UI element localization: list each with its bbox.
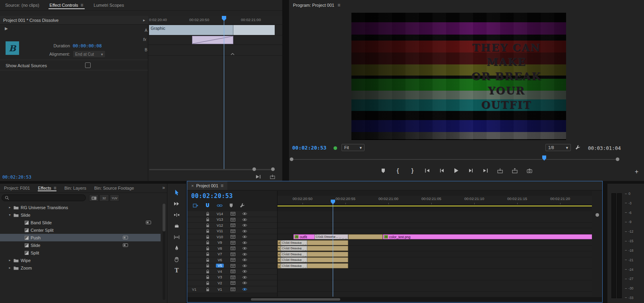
go-to-out-button[interactable] bbox=[482, 167, 489, 174]
cross-dissolve-transition[interactable]: Cross Dissolve bbox=[281, 263, 307, 268]
track-lock-icon[interactable] bbox=[202, 247, 213, 251]
track-output-eye-icon[interactable] bbox=[239, 229, 250, 233]
collapse-caret-icon[interactable] bbox=[231, 53, 235, 55]
panel-tab[interactable]: Source: (no clips) ≡ bbox=[0, 0, 45, 10]
nest-toggle-icon[interactable] bbox=[193, 203, 198, 208]
track-lock-icon[interactable] bbox=[202, 264, 213, 268]
track-output-eye-icon[interactable] bbox=[239, 223, 250, 227]
timeline-vertical-scroll-handle[interactable] bbox=[596, 213, 599, 217]
track-name[interactable]: V1 bbox=[213, 287, 227, 291]
track-lock-icon[interactable] bbox=[202, 241, 213, 245]
effects-tree-row[interactable]: ▸ Zoom bbox=[0, 264, 161, 272]
track-select-forward-tool[interactable] bbox=[172, 200, 182, 208]
tree-chevron-icon[interactable]: ▸ bbox=[8, 206, 12, 209]
panel-menu-icon[interactable]: ≡ bbox=[54, 185, 56, 191]
track-lock-icon[interactable] bbox=[202, 287, 213, 291]
mini-playhead-line[interactable] bbox=[224, 16, 224, 169]
step-forward-button[interactable] bbox=[467, 167, 475, 174]
accelerated-effects-filter-icon[interactable] bbox=[89, 194, 99, 202]
cross-dissolve-transition-block[interactable] bbox=[192, 36, 233, 44]
duration-value[interactable]: 00:00:00:08 bbox=[73, 43, 102, 49]
effects-tree-row[interactable]: Split bbox=[0, 249, 161, 256]
sync-lock-icon[interactable] bbox=[227, 229, 239, 233]
source-patch[interactable]: V1 bbox=[187, 287, 202, 291]
effects-tree-row[interactable]: ▾ Slide bbox=[0, 211, 161, 219]
track-name[interactable]: V13 bbox=[213, 218, 227, 221]
zoom-level-select[interactable]: Fit ▾ bbox=[341, 144, 365, 151]
effects-tree-row[interactable]: Push bbox=[0, 234, 161, 241]
slip-tool[interactable] bbox=[172, 233, 182, 241]
track-name[interactable]: V10 bbox=[213, 235, 227, 239]
expand-effect-icon[interactable]: ▶ bbox=[5, 26, 8, 31]
clip-a-outgoing-region[interactable] bbox=[233, 25, 275, 35]
panel-title[interactable]: Program: Project 001 bbox=[293, 3, 334, 8]
tree-chevron-icon[interactable]: ▸ bbox=[8, 258, 12, 262]
sync-lock-icon[interactable] bbox=[227, 247, 239, 250]
go-to-in-button[interactable] bbox=[423, 167, 431, 174]
effects-search[interactable] bbox=[2, 194, 86, 201]
effects-tree-row[interactable]: ▸ Wipe bbox=[0, 256, 161, 264]
timeline-clip[interactable] bbox=[348, 234, 383, 239]
extract-button[interactable] bbox=[511, 167, 518, 174]
sync-lock-icon[interactable] bbox=[227, 258, 239, 262]
scrubber-left-handle[interactable] bbox=[290, 157, 293, 161]
linked-selection-icon[interactable] bbox=[217, 204, 223, 208]
track-name[interactable]: V9 bbox=[213, 241, 227, 245]
sync-lock-icon[interactable] bbox=[227, 287, 239, 291]
cross-dissolve-transition[interactable]: Cross Dissolve bbox=[281, 246, 307, 251]
sync-lock-icon[interactable] bbox=[227, 235, 239, 239]
track-output-eye-icon[interactable] bbox=[239, 218, 250, 221]
timeline-settings-wrench-icon[interactable] bbox=[240, 203, 245, 208]
track-output-eye-icon[interactable] bbox=[239, 247, 250, 250]
tree-scrollbar[interactable] bbox=[163, 204, 165, 300]
sync-lock-icon[interactable] bbox=[227, 264, 239, 268]
effects-tree-row[interactable]: Band Slide bbox=[0, 219, 161, 226]
mark-in-button[interactable]: { bbox=[394, 167, 402, 174]
zoom-handle-left[interactable] bbox=[252, 167, 256, 171]
tree-scrollbar-thumb[interactable] bbox=[163, 204, 165, 231]
effect-controls-timecode[interactable]: 00:02:20:53 bbox=[2, 175, 31, 180]
alignment-select[interactable]: End at Cut ▾ bbox=[73, 50, 105, 58]
pen-tool[interactable] bbox=[172, 244, 182, 252]
track-lock-icon[interactable] bbox=[202, 235, 213, 239]
add-marker-icon[interactable] bbox=[229, 203, 233, 208]
effects-tree-row[interactable]: Center Split bbox=[0, 226, 161, 234]
track-output-eye-icon[interactable] bbox=[239, 252, 250, 256]
panel-menu-icon[interactable]: ≡ bbox=[81, 2, 83, 8]
track-name[interactable]: V6 bbox=[213, 258, 227, 262]
track-lock-icon[interactable] bbox=[202, 275, 213, 279]
cross-dissolve-transition[interactable]: Cross Dissolve bbox=[281, 240, 307, 245]
effects-tree-row[interactable]: ▸ RG Universe Transitions bbox=[0, 204, 161, 211]
track-output-eye-icon[interactable] bbox=[239, 281, 250, 285]
track-lock-icon[interactable] bbox=[202, 258, 213, 262]
panel-tab[interactable]: Lumetri Scopes ≡ bbox=[89, 0, 129, 10]
yuv-filter-badge[interactable]: YUV bbox=[110, 194, 119, 202]
export-icon[interactable] bbox=[270, 175, 275, 179]
track-lock-icon[interactable] bbox=[202, 212, 213, 216]
clip-color-test[interactable]: fx color_test.png bbox=[383, 234, 592, 239]
timeline-horizontal-scrollbar[interactable] bbox=[251, 298, 340, 301]
panel-menu-icon[interactable]: ≡ bbox=[221, 183, 223, 188]
program-scrubber[interactable] bbox=[291, 159, 618, 160]
track-output-eye-icon[interactable] bbox=[239, 264, 250, 268]
track-lock-icon[interactable] bbox=[202, 270, 213, 274]
lift-button[interactable] bbox=[497, 167, 504, 174]
export-frame-button[interactable] bbox=[526, 167, 533, 174]
playback-resolution-select[interactable]: 1/8 ▾ bbox=[545, 144, 571, 151]
track-name[interactable]: V2 bbox=[213, 281, 227, 285]
cross-dissolve-transition[interactable]: Cross Dissolve bbox=[281, 252, 307, 257]
search-input[interactable] bbox=[11, 195, 83, 201]
track-output-eye-icon[interactable] bbox=[239, 235, 250, 239]
panel-tab[interactable]: Effect Controls ≡ bbox=[45, 0, 89, 10]
track-output-eye-icon[interactable] bbox=[239, 287, 250, 291]
track-name[interactable]: V4 bbox=[213, 270, 227, 274]
transition-preview[interactable]: B bbox=[6, 41, 19, 55]
program-timecode[interactable]: 00:02:20:53 bbox=[292, 145, 326, 151]
panel-tab[interactable]: Effects ≡ bbox=[34, 184, 60, 192]
show-actual-sources-checkbox[interactable] bbox=[85, 62, 91, 68]
track-name[interactable]: V7 bbox=[213, 252, 227, 256]
track-name[interactable]: V8 bbox=[213, 247, 227, 251]
mini-ruler[interactable]: 0:02:20:4000:02:20:5000:02:21:00 bbox=[148, 16, 282, 25]
cross-dissolve-transition[interactable]: Cross Dissolve bbox=[281, 257, 307, 262]
scrubber-right-handle[interactable] bbox=[616, 157, 619, 161]
